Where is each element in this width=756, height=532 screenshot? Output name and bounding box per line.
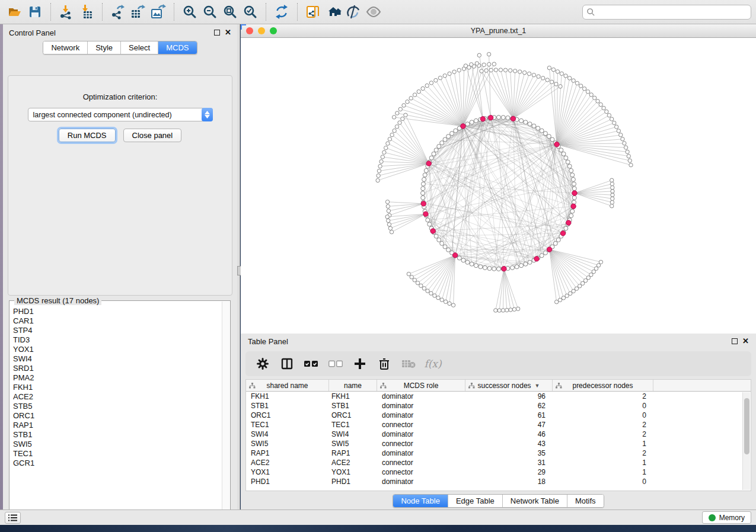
- tab-style[interactable]: Style: [88, 41, 121, 54]
- mcds-result-item[interactable]: PMA2: [13, 373, 222, 383]
- float-panel-icon[interactable]: [214, 30, 220, 36]
- tab-node-table[interactable]: Node Table: [393, 495, 448, 507]
- tab-mcds[interactable]: MCDS: [158, 41, 196, 54]
- table-row[interactable]: YOX1YOX1connector291: [246, 467, 751, 477]
- add-column-icon[interactable]: [351, 355, 369, 373]
- mcds-result-item[interactable]: YOX1: [13, 345, 222, 354]
- delete-column-icon[interactable]: [375, 355, 393, 373]
- mcds-result-item[interactable]: PHD1: [13, 307, 222, 316]
- mcds-result-item[interactable]: TEC1: [13, 449, 222, 459]
- table-body: FKH1FKH1dominator962STB1STB1dominator620…: [246, 392, 751, 486]
- tab-network-table[interactable]: Network Table: [503, 495, 567, 507]
- zoom-selected-icon[interactable]: [240, 2, 260, 21]
- tab-network[interactable]: Network: [43, 41, 88, 54]
- share-document-icon[interactable]: [303, 2, 323, 21]
- memory-label: Memory: [719, 514, 745, 522]
- mcds-result-item[interactable]: SRD1: [13, 364, 222, 373]
- criterion-select[interactable]: largest connected component (undirected): [28, 108, 213, 121]
- mcds-result-title: MCDS result (17 nodes): [14, 296, 101, 305]
- table-row[interactable]: RAP1RAP1dominator352: [246, 448, 751, 458]
- delete-table-icon: [400, 355, 417, 373]
- mcds-result-item[interactable]: RAP1: [13, 421, 222, 430]
- table-tabs: Node TableEdge TableNetwork TableMotifs: [393, 494, 604, 508]
- column-layout-icon[interactable]: [278, 355, 296, 373]
- mcds-result-item[interactable]: TID3: [13, 335, 222, 345]
- table-panel-title: Table Panel: [248, 337, 288, 346]
- list-icon: [8, 514, 18, 522]
- mcds-tab-content: Optimization criterion: largest connecte…: [8, 75, 232, 296]
- node-table: shared namenameMCDS rolesuccessor nodes▼…: [245, 379, 751, 491]
- close-panel-icon[interactable]: ✕: [225, 30, 231, 36]
- mcds-result-item[interactable]: ACE2: [13, 392, 222, 402]
- sort-chevron-icon[interactable]: ▼: [535, 383, 540, 389]
- tab-motifs[interactable]: Motifs: [567, 495, 604, 507]
- network-graph[interactable]: [241, 38, 756, 334]
- mcds-result-item[interactable]: SWI5: [13, 440, 222, 449]
- mcds-result-item[interactable]: STP4: [13, 326, 222, 335]
- export-network-icon[interactable]: [108, 2, 128, 21]
- import-table-icon[interactable]: [76, 2, 97, 21]
- export-table-icon[interactable]: [128, 2, 148, 21]
- table-row[interactable]: FKH1FKH1dominator962: [246, 392, 751, 401]
- control-panel-title: Control Panel: [9, 28, 56, 37]
- panel-focus-corner: [241, 24, 246, 30]
- task-history-button[interactable]: [5, 512, 21, 524]
- mcds-result-item[interactable]: CAR1: [13, 316, 222, 326]
- toolbar-separator: [174, 3, 174, 21]
- close-panel-button[interactable]: Close panel: [123, 129, 182, 142]
- zoom-fit-icon[interactable]: [220, 2, 240, 21]
- table-row[interactable]: ORC1ORC1dominator610: [246, 411, 751, 420]
- column-header-successor-nodes[interactable]: successor nodes▼: [465, 380, 553, 391]
- column-header-shared-name[interactable]: shared name: [246, 380, 329, 391]
- refresh-icon[interactable]: [272, 2, 292, 21]
- search-box[interactable]: [582, 5, 751, 20]
- memory-button[interactable]: Memory: [702, 511, 751, 524]
- import-network-icon[interactable]: [56, 2, 76, 21]
- tab-select[interactable]: Select: [121, 41, 158, 54]
- show-graphics-icon[interactable]: [363, 2, 384, 21]
- table-row[interactable]: STB1STB1dominator620: [246, 401, 751, 411]
- mcds-result-item[interactable]: SWI4: [13, 354, 222, 364]
- run-mcds-button[interactable]: Run MCDS: [59, 129, 116, 142]
- result-scrollbar[interactable]: [222, 302, 229, 520]
- close-table-panel-icon[interactable]: ✕: [742, 338, 749, 344]
- search-input[interactable]: [595, 8, 747, 16]
- mcds-result-item[interactable]: ORC1: [13, 411, 222, 421]
- network-canvas[interactable]: [241, 38, 756, 334]
- table-scrollbar[interactable]: [742, 392, 750, 490]
- table-row[interactable]: PHD1PHD1dominator180: [246, 477, 751, 486]
- select-all-checkboxes-icon[interactable]: [302, 355, 320, 373]
- table-row[interactable]: TEC1TEC1connector472: [246, 420, 751, 430]
- network-window-titlebar[interactable]: YPA_prune.txt_1: [241, 24, 756, 38]
- deselect-all-checkboxes-icon[interactable]: [327, 355, 344, 373]
- open-file-icon[interactable]: [5, 2, 25, 21]
- settings-gear-icon[interactable]: [254, 355, 272, 373]
- zoom-out-icon[interactable]: [200, 2, 220, 21]
- column-header-MCDS-role[interactable]: MCDS role: [377, 380, 465, 391]
- column-header-name[interactable]: name: [329, 380, 377, 391]
- status-bar: Memory: [0, 509, 756, 525]
- tab-edge-table[interactable]: Edge Table: [448, 495, 503, 507]
- column-header-predecessor-nodes[interactable]: predecessor nodes: [553, 380, 653, 391]
- zoom-in-icon[interactable]: [180, 2, 200, 21]
- mcds-result-item[interactable]: STB1: [13, 430, 222, 440]
- table-row[interactable]: ACE2ACE2connector311: [246, 458, 751, 467]
- toolbar-separator: [50, 3, 51, 21]
- table-row[interactable]: SWI4SWI4dominator462: [246, 430, 751, 439]
- memory-status-icon: [709, 514, 716, 521]
- vertical-splitter[interactable]: [237, 24, 240, 509]
- float-table-panel-icon[interactable]: [732, 338, 738, 344]
- mcds-result-item[interactable]: GCR1: [13, 459, 222, 468]
- network-home-icon[interactable]: [323, 2, 343, 21]
- save-session-icon[interactable]: [25, 2, 45, 21]
- mcds-result-list[interactable]: PHD1CAR1STP4TID3YOX1SWI4SRD1PMA2FKH1ACE2…: [13, 307, 222, 519]
- mcds-result-item[interactable]: STB5: [13, 402, 222, 411]
- table-row[interactable]: SWI5SWI5connector431: [246, 439, 751, 448]
- hide-graphics-icon[interactable]: [343, 2, 363, 21]
- export-image-icon[interactable]: [148, 2, 168, 21]
- mcds-result-item[interactable]: FKH1: [13, 383, 222, 392]
- function-builder-icon: f(x): [424, 355, 442, 373]
- table-toolbar: f(x): [245, 351, 751, 376]
- toolbar-separator: [266, 3, 266, 21]
- table-scrollbar-thumb[interactable]: [744, 398, 749, 454]
